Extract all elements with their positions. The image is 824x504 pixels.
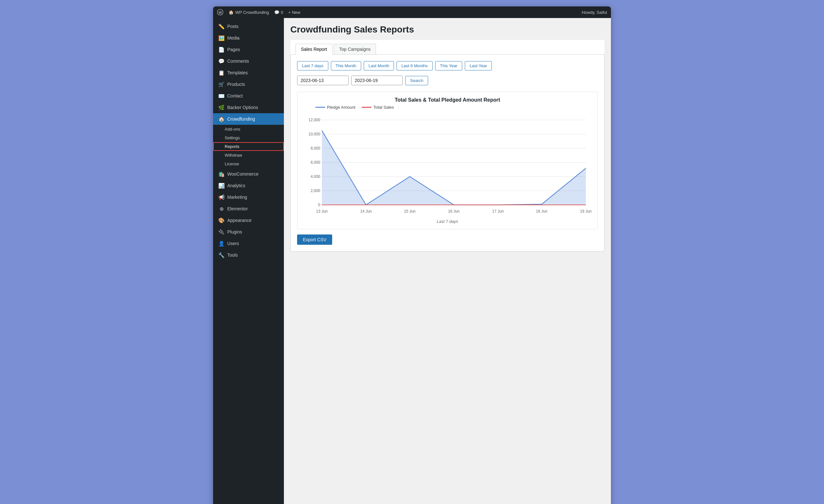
svg-text:10,000: 10,000: [308, 132, 320, 136]
tools-icon: 🔧: [218, 252, 225, 258]
svg-text:15 Jun: 15 Jun: [404, 209, 416, 214]
home-icon: 🏠: [228, 10, 234, 15]
sidebar-item-plugins[interactable]: 🔌 Plugins: [213, 226, 284, 238]
elementor-icon: ⊕: [218, 206, 225, 212]
chart-footer: Last 7 days: [303, 219, 592, 224]
report-card: Last 7 days This Month Last Month Last 6…: [290, 55, 605, 252]
backer-icon: 🌿: [218, 104, 225, 111]
new-link[interactable]: + New: [288, 10, 300, 15]
submenu-add-ons[interactable]: Add-ons: [213, 125, 284, 133]
chart-area-fill: [322, 131, 586, 205]
sidebar-item-products[interactable]: 🛒 Products: [213, 79, 284, 90]
svg-text:16 Jun: 16 Jun: [448, 209, 459, 214]
filter-buttons: Last 7 days This Month Last Month Last 6…: [297, 61, 598, 71]
sidebar-item-pages[interactable]: 📄 Pages: [213, 44, 284, 55]
chart-title: Total Sales & Total Pledged Amount Repor…: [303, 97, 592, 103]
svg-text:2,000: 2,000: [311, 188, 320, 193]
products-icon: 🛒: [218, 81, 225, 88]
svg-text:6,000: 6,000: [311, 160, 320, 165]
woocommerce-icon: 🛍️: [218, 171, 225, 177]
sidebar-item-crowdfunding[interactable]: 🏠 Crowdfunding: [213, 113, 284, 125]
svg-text:4,000: 4,000: [311, 174, 320, 179]
posts-icon: ✏️: [218, 23, 225, 30]
comment-icon: 💬: [274, 10, 279, 15]
sidebar-item-comments[interactable]: 💬 Comments: [213, 55, 284, 67]
comments-icon: 💬: [218, 58, 225, 64]
chart-container: Total Sales & Total Pledged Amount Repor…: [297, 92, 598, 229]
pages-icon: 📄: [218, 46, 225, 53]
marketing-icon: 📢: [218, 194, 225, 201]
search-button[interactable]: Search: [405, 76, 428, 85]
sidebar-item-contact[interactable]: ✉️ Contact: [213, 90, 284, 102]
sidebar-item-users[interactable]: 👤 Users: [213, 238, 284, 249]
sidebar-item-analytics[interactable]: 📊 Analytics: [213, 180, 284, 192]
svg-text:8,000: 8,000: [311, 146, 320, 150]
sidebar-item-marketing[interactable]: 📢 Marketing: [213, 192, 284, 203]
sidebar-item-elementor[interactable]: ⊕ Elementor: [213, 203, 284, 215]
legend-red-line: [362, 107, 372, 108]
filter-last-6-months[interactable]: Last 6 Months: [397, 61, 433, 71]
svg-text:14 Jun: 14 Jun: [360, 209, 372, 214]
users-icon: 👤: [218, 240, 225, 247]
svg-text:18 Jun: 18 Jun: [536, 209, 547, 214]
date-to-input[interactable]: [351, 76, 403, 85]
site-name-link[interactable]: 🏠 WP Crowdfunding: [228, 10, 269, 15]
chart-svg-wrapper: 12,000 10,000 8,000 6,000 4,000 2,000 0 …: [303, 114, 592, 218]
sidebar-item-tools[interactable]: 🔧 Tools: [213, 249, 284, 261]
filter-this-month[interactable]: This Month: [331, 61, 361, 71]
contact-icon: ✉️: [218, 93, 225, 99]
appearance-icon: 🎨: [218, 217, 225, 224]
templates-icon: 📋: [218, 70, 225, 76]
submenu-settings[interactable]: Settings: [213, 133, 284, 142]
legend-pledge: Pledge Amount: [315, 105, 355, 110]
wp-logo-link[interactable]: W: [217, 9, 223, 15]
legend-sales: Total Sales: [362, 105, 394, 110]
filter-this-year[interactable]: This Year: [435, 61, 462, 71]
plugins-icon: 🔌: [218, 229, 225, 235]
legend-blue-line: [315, 107, 325, 108]
date-range: Search: [297, 76, 598, 85]
chart-line-pledge: [322, 131, 586, 205]
sidebar: ✏️ Posts 🖼️ Media 📄 Pages 💬 Comments 📋 T…: [213, 18, 284, 504]
svg-text:19 Jun: 19 Jun: [580, 209, 592, 214]
filter-last-year[interactable]: Last Year: [465, 61, 492, 71]
svg-text:0: 0: [318, 203, 320, 207]
submenu-withdraw[interactable]: Withdraw: [213, 151, 284, 159]
svg-text:17 Jun: 17 Jun: [492, 209, 504, 214]
howdy-link[interactable]: Howdy, Saiful: [582, 10, 607, 15]
tabs-container: Sales Report Top Campaigns: [290, 40, 605, 55]
page-title: Crowdfunding Sales Reports: [290, 24, 605, 35]
sidebar-item-appearance[interactable]: 🎨 Appearance: [213, 215, 284, 226]
sidebar-item-media[interactable]: 🖼️ Media: [213, 32, 284, 44]
media-icon: 🖼️: [218, 35, 225, 41]
filter-last-month[interactable]: Last Month: [364, 61, 394, 71]
crowdfunding-submenu: Add-ons Settings Reports Withdraw Licens…: [213, 125, 284, 168]
export-csv-button[interactable]: Export CSV: [297, 235, 332, 245]
sidebar-item-woocommerce[interactable]: 🛍️ WooCommerce: [213, 168, 284, 180]
sidebar-item-posts[interactable]: ✏️ Posts: [213, 21, 284, 32]
filter-last-7-days[interactable]: Last 7 days: [297, 61, 328, 71]
date-from-input[interactable]: [297, 76, 348, 85]
sidebar-item-backer-options[interactable]: 🌿 Backer Options: [213, 102, 284, 113]
tab-sales-report[interactable]: Sales Report: [296, 44, 332, 55]
submenu-license[interactable]: License: [213, 159, 284, 168]
svg-text:12,000: 12,000: [308, 118, 320, 122]
crowdfunding-icon: 🏠: [218, 116, 225, 122]
wp-wrapper: ✏️ Posts 🖼️ Media 📄 Pages 💬 Comments 📋 T…: [213, 18, 611, 504]
submenu-reports[interactable]: Reports: [213, 142, 284, 151]
chart-svg: 12,000 10,000 8,000 6,000 4,000 2,000 0 …: [303, 114, 592, 217]
main-content: Crowdfunding Sales Reports Sales Report …: [284, 18, 611, 504]
svg-text:W: W: [219, 11, 222, 14]
comments-link[interactable]: 💬 0: [274, 10, 283, 15]
tab-top-campaigns[interactable]: Top Campaigns: [334, 44, 376, 54]
tabs: Sales Report Top Campaigns: [290, 40, 605, 54]
analytics-icon: 📊: [218, 182, 225, 189]
chart-legend: Pledge Amount Total Sales: [303, 105, 592, 110]
sidebar-item-templates[interactable]: 📋 Templates: [213, 67, 284, 79]
svg-text:13 Jun: 13 Jun: [316, 209, 328, 214]
admin-bar: W 🏠 WP Crowdfunding 💬 0 + New Howdy, Sai…: [213, 6, 611, 18]
